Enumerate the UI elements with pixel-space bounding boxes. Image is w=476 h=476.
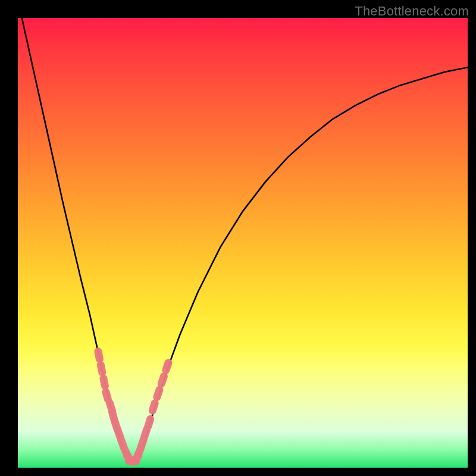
curve-marker	[148, 399, 159, 416]
curve-marker	[152, 385, 165, 402]
curve-marker	[96, 361, 107, 377]
bottleneck-curve	[18, 0, 468, 461]
curve-marker	[143, 414, 155, 431]
curve-marker	[93, 347, 104, 364]
outer-frame: TheBottleneck.com	[0, 0, 476, 476]
curve-marker	[99, 374, 109, 390]
watermark-text: TheBottleneck.com	[355, 4, 469, 19]
curve-layer	[18, 18, 468, 468]
curve-marker	[156, 371, 169, 389]
curve-marker	[161, 358, 174, 375]
